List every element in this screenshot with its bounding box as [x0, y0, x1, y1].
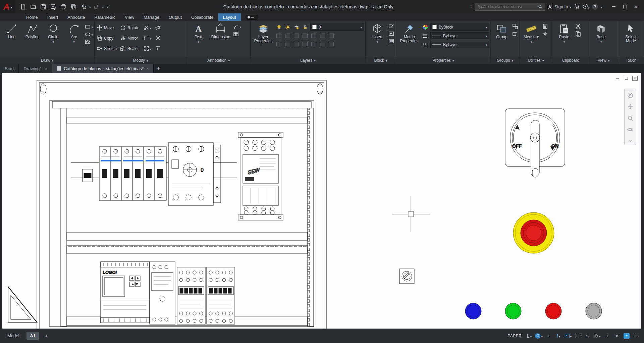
explode-button[interactable] [155, 35, 164, 41]
workspace-switching-button[interactable]: ⚙ [594, 332, 601, 340]
layer-off-button[interactable] [275, 24, 282, 31]
tab-view[interactable]: View [120, 13, 139, 21]
paper-sheet[interactable]: 0 SEW [2, 73, 641, 329]
graphics-performance-toggle[interactable]: ≡ [623, 332, 630, 340]
trim-button[interactable] [144, 25, 154, 31]
id-point-button[interactable] [542, 31, 548, 37]
help-button[interactable]: ? [592, 4, 598, 10]
insert-button[interactable]: Insert [368, 22, 387, 44]
contactor-1[interactable] [177, 267, 205, 324]
properties-panel-label[interactable]: Properties [396, 57, 490, 64]
move-button[interactable]: Move [97, 25, 119, 31]
paste-button[interactable]: Paste [554, 22, 574, 44]
layer-properties-button[interactable]: Layer Properties [253, 22, 274, 43]
close-button[interactable]: × [631, 0, 642, 13]
tab-home[interactable]: Home [21, 13, 43, 21]
close-drawing-icon[interactable]: × [632, 76, 638, 81]
rotary-switch[interactable]: OFF ON [505, 109, 565, 177]
grid-display-toggle[interactable]: G [535, 332, 543, 340]
circuit-breakers[interactable] [99, 147, 166, 200]
block-panel-label[interactable]: Block [366, 57, 396, 64]
polyline-button[interactable]: Polyline [23, 22, 42, 39]
file-tab-start[interactable]: Start [0, 64, 19, 73]
tab-collaborate[interactable]: Collaborate [186, 13, 218, 21]
text-button[interactable]: A Text [189, 22, 208, 44]
layer-lock-button[interactable] [302, 24, 309, 31]
layer-tool-1-button[interactable] [275, 32, 282, 39]
select-mode-button[interactable]: Select Mode [620, 22, 642, 43]
pan-icon[interactable] [627, 104, 633, 111]
open-button[interactable] [29, 2, 38, 11]
clipboard-panel-label[interactable]: Clipboard [552, 57, 589, 64]
application-menu-button[interactable]: A [0, 0, 15, 13]
base-button[interactable]: Base [591, 22, 611, 44]
layer-tool-13-button[interactable] [319, 41, 326, 47]
search-expand-icon[interactable]: › [470, 4, 472, 9]
orbit-icon[interactable] [627, 127, 633, 134]
search-icon[interactable] [538, 4, 543, 9]
layer-select-combo[interactable]: 0 [310, 23, 364, 31]
layer-tool-8-button[interactable] [275, 41, 282, 47]
snap-mode-toggle[interactable]: L [525, 332, 533, 340]
stretch-button[interactable]: Stretch [97, 46, 119, 51]
linetype-list-button[interactable] [422, 41, 429, 48]
customization-menu-button[interactable]: ≡ [633, 332, 640, 340]
modify-panel-label[interactable]: Modify [95, 57, 186, 64]
group-edit-button[interactable] [512, 31, 518, 37]
ungroup-button[interactable] [512, 23, 518, 29]
save-button[interactable] [39, 2, 48, 11]
isolate-objects-button[interactable]: ▼ [613, 332, 621, 340]
layer-tool-7-button[interactable] [328, 32, 335, 39]
tab-annotate[interactable]: Annotate [63, 13, 90, 21]
layer-tool-5-button[interactable] [310, 32, 317, 39]
redo-button[interactable] [92, 2, 101, 11]
annotation-scale-button[interactable]: + [603, 332, 611, 340]
define-attribute-button[interactable] [388, 31, 394, 37]
layers-panel-label[interactable]: Layers [251, 57, 365, 64]
layer-tool-12-button[interactable] [310, 41, 317, 47]
table-button[interactable] [233, 31, 241, 37]
annotation-panel-label[interactable]: Annotation [187, 57, 250, 64]
measure-button[interactable]: Measure [522, 22, 541, 44]
array-button[interactable] [144, 46, 154, 52]
drawing-viewport[interactable]: 0 SEW [2, 73, 641, 329]
close-tab-icon[interactable]: × [146, 66, 149, 71]
manage-attributes-button[interactable] [388, 38, 394, 44]
store-cart-button[interactable] [574, 3, 580, 10]
draw-panel-label[interactable]: Draw [0, 57, 94, 64]
layer-tool-11-button[interactable] [302, 41, 309, 47]
batch-plot-button[interactable] [69, 2, 78, 11]
linetype-combo[interactable]: ByLayer [430, 41, 489, 48]
tab-parametric[interactable]: Parametric [90, 13, 120, 21]
fillet-button[interactable] [144, 35, 154, 41]
layer-tool-4-button[interactable] [302, 32, 309, 39]
ellipse-button[interactable] [85, 31, 93, 37]
lineweight-list-button[interactable] [422, 33, 429, 39]
contactor-2[interactable] [207, 267, 235, 324]
minimize-drawing-icon[interactable] [615, 76, 620, 81]
layer-thaw-button[interactable] [284, 24, 291, 31]
plot-button[interactable] [59, 2, 68, 11]
redo-caret-icon[interactable] [102, 4, 104, 10]
minimize-button[interactable] [608, 0, 619, 13]
layer-isolate-button[interactable] [293, 24, 300, 31]
layer-tool-14-button[interactable] [328, 41, 335, 47]
pilot-lights[interactable] [465, 303, 602, 319]
lineweight-combo[interactable]: ByLayer [430, 32, 489, 39]
paper-space-toggle[interactable]: PAPER [507, 334, 522, 338]
color-wheel-button[interactable] [422, 24, 429, 31]
navigation-bar[interactable] [624, 89, 636, 145]
rotate-button[interactable]: Rotate [120, 25, 142, 31]
navigation-wheel-icon[interactable] [627, 92, 633, 100]
rectangle-button[interactable] [85, 23, 93, 30]
new-drawing-tab-button[interactable]: + [154, 64, 163, 73]
search-input[interactable] [477, 4, 536, 9]
layer-tool-2-button[interactable] [284, 32, 291, 39]
dynamic-input-toggle[interactable]: + [545, 332, 552, 340]
polar-tracking-toggle[interactable]: / [555, 332, 562, 340]
model-tab[interactable]: Model [0, 333, 26, 338]
edit-block-button[interactable] [388, 23, 394, 29]
view-panel-label[interactable]: View [589, 57, 618, 64]
new-button[interactable] [19, 2, 28, 11]
emergency-stop-button[interactable] [513, 212, 554, 253]
